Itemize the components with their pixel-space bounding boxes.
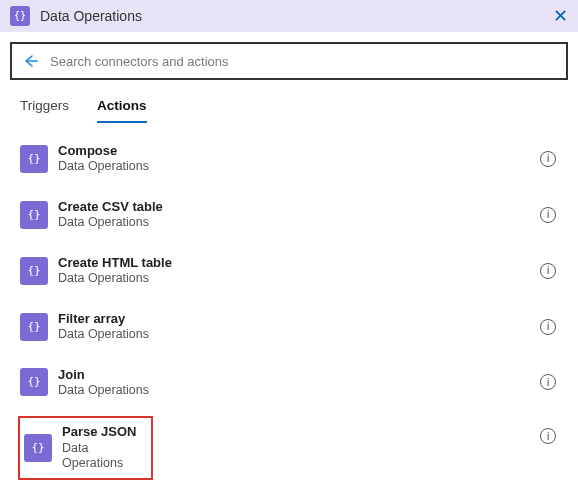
highlight-box: {} Parse JSON Data Operations: [18, 416, 153, 480]
svg-text:{}: {}: [27, 375, 40, 388]
action-list: {} Compose Data Operations i {} Create C…: [0, 123, 578, 500]
info-icon[interactable]: i: [540, 428, 556, 444]
action-subtitle: Data Operations: [58, 383, 149, 399]
svg-text:{}: {}: [14, 10, 26, 21]
header-title: Data Operations: [40, 8, 142, 24]
action-title: Parse JSON: [62, 424, 147, 440]
close-icon[interactable]: ✕: [553, 5, 568, 27]
action-select[interactable]: {} Select Data Operations: [16, 492, 562, 500]
back-arrow-icon[interactable]: [22, 53, 38, 69]
search-bar[interactable]: [10, 42, 568, 80]
braces-icon: {}: [20, 201, 48, 229]
info-icon[interactable]: i: [540, 263, 556, 279]
svg-text:{}: {}: [27, 320, 40, 333]
braces-icon: {}: [20, 313, 48, 341]
action-create-csv-table[interactable]: {} Create CSV table Data Operations: [16, 193, 562, 237]
info-icon[interactable]: i: [540, 207, 556, 223]
braces-icon: {}: [24, 434, 52, 462]
search-input[interactable]: [50, 54, 556, 69]
action-subtitle: Data Operations: [62, 441, 147, 472]
action-subtitle: Data Operations: [58, 327, 149, 343]
action-title: Join: [58, 367, 149, 383]
braces-icon: {}: [20, 257, 48, 285]
action-subtitle: Data Operations: [58, 215, 163, 231]
info-icon[interactable]: i: [540, 151, 556, 167]
info-icon[interactable]: i: [540, 374, 556, 390]
action-filter-array[interactable]: {} Filter array Data Operations: [16, 305, 562, 349]
action-create-html-table[interactable]: {} Create HTML table Data Operations: [16, 249, 562, 293]
braces-icon: {}: [20, 368, 48, 396]
tab-triggers[interactable]: Triggers: [20, 98, 69, 123]
action-title: Filter array: [58, 311, 149, 327]
action-join[interactable]: {} Join Data Operations: [16, 361, 562, 405]
action-compose[interactable]: {} Compose Data Operations: [16, 137, 562, 181]
svg-text:{}: {}: [27, 208, 40, 221]
tab-actions[interactable]: Actions: [97, 98, 147, 123]
svg-text:{}: {}: [31, 441, 44, 454]
svg-text:{}: {}: [27, 152, 40, 165]
action-parse-json[interactable]: {} Parse JSON Data Operations: [22, 420, 149, 476]
action-subtitle: Data Operations: [58, 271, 172, 287]
action-title: Compose: [58, 143, 149, 159]
connector-icon: {}: [10, 6, 30, 26]
braces-icon: {}: [20, 145, 48, 173]
action-title: Create CSV table: [58, 199, 163, 215]
info-icon[interactable]: i: [540, 319, 556, 335]
action-title: Create HTML table: [58, 255, 172, 271]
action-subtitle: Data Operations: [58, 159, 149, 175]
svg-text:{}: {}: [27, 264, 40, 277]
